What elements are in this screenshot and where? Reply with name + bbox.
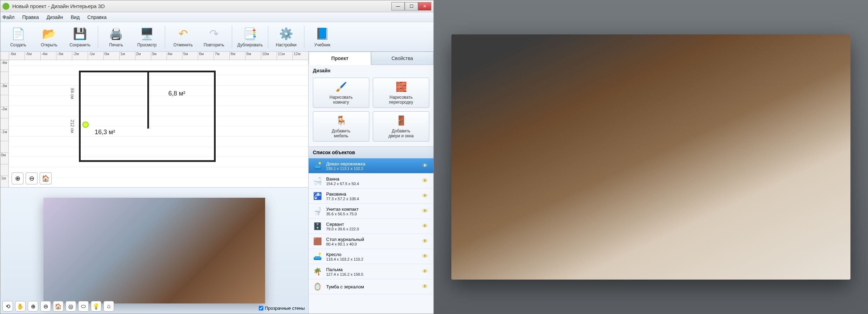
toolbar-дублировать[interactable]: 📑Дублировать bbox=[235, 24, 265, 50]
view-tool-0[interactable]: ⟲ bbox=[2, 301, 13, 312]
visibility-icon[interactable]: 👁 bbox=[422, 238, 430, 244]
toolbar-separator bbox=[304, 26, 304, 48]
ruler-tick: 0м bbox=[0, 152, 8, 164]
object-dimensions: 118.4 x 103.2 x 110.2 bbox=[326, 257, 422, 261]
menu-вид[interactable]: Вид bbox=[71, 14, 80, 20]
object-item[interactable]: 🛋️Кресло118.4 x 103.2 x 110.2👁 bbox=[309, 249, 433, 264]
wall-divider[interactable] bbox=[147, 72, 149, 129]
zoom-in-button[interactable]: ⊕ bbox=[12, 172, 23, 184]
transparent-walls-input[interactable] bbox=[259, 306, 263, 310]
design-icon-0: 🖌️ bbox=[335, 81, 347, 93]
ruler-tick: 1м bbox=[119, 52, 135, 60]
object-dimensions: 80.4 x 80.1 x 40.0 bbox=[326, 242, 422, 246]
room-outline[interactable]: 16,3 м² 6,8 м² bbox=[79, 71, 216, 162]
selection-handle[interactable] bbox=[82, 122, 89, 128]
object-item[interactable]: 🪞Тумба с зеркалом👁 bbox=[309, 279, 433, 294]
visibility-icon[interactable]: 👁 bbox=[422, 193, 430, 199]
objects-list[interactable]: 🛋️Диван еврокнижка235.1 x 113.1 x 102.2👁… bbox=[309, 158, 433, 314]
tab-properties[interactable]: Свойства bbox=[371, 52, 433, 65]
object-dimensions: 127.4 x 116.2 x 158.5 bbox=[326, 272, 422, 276]
visibility-icon[interactable]: 👁 bbox=[422, 223, 430, 229]
ruler-tick: -2м bbox=[72, 52, 88, 60]
toolbar-просмотр[interactable]: 🖥️Просмотр bbox=[132, 24, 162, 50]
zoom-out-button[interactable]: ⊖ bbox=[26, 172, 38, 184]
transparent-walls-checkbox[interactable]: Прозрачные стены bbox=[259, 306, 305, 311]
toolbar-учебник[interactable]: 📘Учебник bbox=[307, 24, 337, 50]
view-tool-8[interactable]: ⌂ bbox=[103, 301, 114, 312]
object-name: Стол журнальный bbox=[326, 237, 422, 242]
design-button-2[interactable]: 🪑Добавитьмебель bbox=[313, 111, 369, 142]
toolbar-сохранить[interactable]: 💾Сохранить bbox=[65, 24, 95, 50]
design-section-title: Дизайн bbox=[309, 65, 433, 75]
tab-project[interactable]: Проект bbox=[309, 52, 371, 65]
object-name: Пальма bbox=[326, 267, 422, 272]
maximize-button[interactable]: ☐ bbox=[405, 2, 418, 11]
object-dimensions: 35.6 x 56.5 x 75.0 bbox=[326, 212, 422, 216]
design-button-3[interactable]: 🚪Добавитьдвери и окна bbox=[373, 111, 429, 142]
object-item[interactable]: 🛁Ванна154.2 x 67.5 x 50.4👁 bbox=[309, 174, 433, 189]
visibility-icon[interactable]: 👁 bbox=[422, 163, 430, 169]
ruler-tick: 4м bbox=[167, 52, 182, 60]
visibility-icon[interactable]: 👁 bbox=[422, 208, 430, 214]
visibility-icon[interactable]: 👁 bbox=[422, 253, 430, 260]
view-tool-4[interactable]: 🏠 bbox=[53, 301, 63, 312]
view-tool-5[interactable]: ◎ bbox=[66, 301, 76, 312]
app-icon bbox=[2, 3, 9, 10]
toolbar-печать[interactable]: 🖨️Печать bbox=[101, 24, 131, 50]
object-item[interactable]: 🟫Стол журнальный80.4 x 80.1 x 40.0👁 bbox=[309, 234, 433, 249]
design-button-1[interactable]: 🧱Нарисоватьперегородку bbox=[373, 78, 429, 108]
view-tool-7[interactable]: 💡 bbox=[91, 301, 101, 312]
preview-3d[interactable]: ⟲✋⊕⊖🏠◎⬭💡⌂ Прозрачные стены bbox=[0, 187, 308, 314]
toolbar-настройки[interactable]: ⚙️Настройки bbox=[271, 24, 301, 50]
floorplan-canvas[interactable]: 16,3 м² 6,8 м² 84 см 212 см ⊕⊖🏠 bbox=[9, 60, 308, 187]
view-tool-2[interactable]: ⊕ bbox=[28, 301, 38, 312]
menubar: ФайлПравкаДизайнВидСправка bbox=[0, 12, 433, 22]
object-name: Диван еврокнижка bbox=[326, 161, 422, 166]
ruler-tick: -3м bbox=[0, 83, 8, 95]
ruler-tick: -3м bbox=[56, 52, 72, 60]
dim-height: 212 см bbox=[70, 120, 75, 133]
external-render-panel bbox=[434, 0, 868, 314]
menu-правка[interactable]: Правка bbox=[22, 14, 39, 20]
home-button[interactable]: 🏠 bbox=[40, 172, 52, 184]
titlebar[interactable]: Новый проект - Дизайн Интерьера 3D — ☐ ✕ bbox=[0, 0, 433, 12]
object-item[interactable]: 🗄️Сервант79.0 x 39.6 x 222.0👁 bbox=[309, 219, 433, 234]
ruler-tick: 3м bbox=[151, 52, 167, 60]
object-name: Сервант bbox=[326, 222, 422, 227]
ruler-tick: 5м bbox=[182, 52, 198, 60]
object-item[interactable]: 🚰Раковина77.3 x 57.2 x 108.4👁 bbox=[309, 189, 433, 204]
app-window: Новый проект - Дизайн Интерьера 3D — ☐ ✕… bbox=[0, 0, 434, 314]
design-icon-3: 🚪 bbox=[395, 115, 407, 126]
close-button[interactable]: ✕ bbox=[418, 2, 431, 11]
ruler-tick: 12м bbox=[292, 52, 308, 60]
toolbar-создать[interactable]: 📄Создать bbox=[3, 24, 33, 50]
toolbar-повторить[interactable]: ↷Повторить bbox=[199, 24, 229, 50]
view-tool-3[interactable]: ⊖ bbox=[40, 301, 51, 312]
external-3d-render bbox=[451, 34, 851, 279]
object-item[interactable]: 🚽Унитаз компакт35.6 x 56.5 x 75.0👁 bbox=[309, 204, 433, 219]
menu-дизайн[interactable]: Дизайн bbox=[47, 14, 63, 20]
render-3d-view[interactable] bbox=[43, 198, 265, 304]
ruler-tick: 8м bbox=[229, 52, 245, 60]
toolbar-отменить[interactable]: ↶Отменить bbox=[168, 24, 198, 50]
ruler-tick: 10м bbox=[261, 52, 277, 60]
design-icon-1: 🧱 bbox=[395, 81, 407, 93]
menu-файл[interactable]: Файл bbox=[2, 14, 14, 20]
minimize-button[interactable]: — bbox=[391, 2, 405, 11]
object-icon: 🚽 bbox=[312, 206, 323, 216]
plan-area[interactable]: -4м-3м-2м-1м0м1м 16,3 м² 6,8 м² 84 см 21… bbox=[0, 60, 308, 187]
view-tool-6[interactable]: ⬭ bbox=[78, 301, 89, 312]
object-name: Тумба с зеркалом bbox=[326, 284, 422, 289]
visibility-icon[interactable]: 👁 bbox=[422, 283, 430, 290]
dim-width: 84 см bbox=[70, 88, 75, 99]
object-icon: 🗄️ bbox=[312, 221, 323, 231]
visibility-icon[interactable]: 👁 bbox=[422, 178, 430, 184]
design-button-0[interactable]: 🖌️Нарисоватькомнату bbox=[313, 78, 369, 108]
ruler-tick: 6м bbox=[198, 52, 214, 60]
view-tool-1[interactable]: ✋ bbox=[15, 301, 26, 312]
object-item[interactable]: 🌴Пальма127.4 x 116.2 x 158.5👁 bbox=[309, 264, 433, 279]
menu-справка[interactable]: Справка bbox=[87, 14, 107, 20]
toolbar-открыть[interactable]: 📂Открыть bbox=[34, 24, 64, 50]
object-item[interactable]: 🛋️Диван еврокнижка235.1 x 113.1 x 102.2👁 bbox=[309, 158, 433, 174]
visibility-icon[interactable]: 👁 bbox=[422, 268, 430, 275]
